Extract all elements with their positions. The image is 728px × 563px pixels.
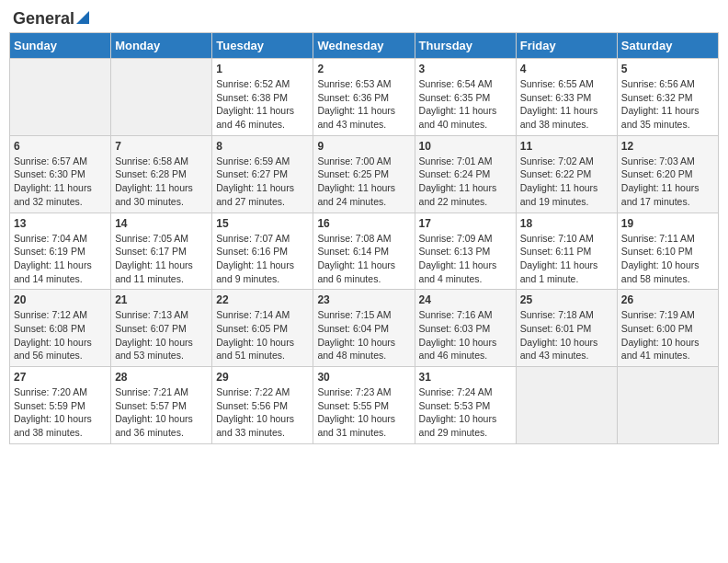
day-info: Sunrise: 7:05 AMSunset: 6:17 PMDaylight:… xyxy=(115,232,208,286)
day-info: Sunrise: 6:56 AMSunset: 6:32 PMDaylight:… xyxy=(621,77,714,132)
day-info: Sunrise: 7:08 AMSunset: 6:14 PMDaylight:… xyxy=(317,232,410,286)
day-info: Sunrise: 7:23 AMSunset: 5:55 PMDaylight:… xyxy=(317,385,410,440)
col-header-tuesday: Tuesday xyxy=(212,33,313,59)
calendar-cell: 28Sunrise: 7:21 AMSunset: 5:57 PMDayligh… xyxy=(111,367,212,444)
day-info: Sunrise: 7:11 AMSunset: 6:10 PMDaylight:… xyxy=(621,232,714,286)
day-info: Sunrise: 7:07 AMSunset: 6:16 PMDaylight:… xyxy=(216,232,309,286)
calendar-cell: 23Sunrise: 7:15 AMSunset: 6:04 PMDayligh… xyxy=(313,290,415,367)
day-number: 18 xyxy=(520,217,613,230)
day-info: Sunrise: 7:22 AMSunset: 5:56 PMDaylight:… xyxy=(216,385,309,440)
day-number: 1 xyxy=(216,63,309,75)
calendar-cell: 22Sunrise: 7:14 AMSunset: 6:05 PMDayligh… xyxy=(212,290,313,367)
day-info: Sunrise: 7:20 AMSunset: 5:59 PMDaylight:… xyxy=(14,385,107,440)
logo-triangle-icon xyxy=(76,11,89,28)
day-info: Sunrise: 6:57 AMSunset: 6:30 PMDaylight:… xyxy=(14,155,107,209)
calendar-cell: 2Sunrise: 6:53 AMSunset: 6:36 PMDaylight… xyxy=(313,59,415,136)
calendar-header-row: SundayMondayTuesdayWednesdayThursdayFrid… xyxy=(10,33,719,59)
calendar-cell: 19Sunrise: 7:11 AMSunset: 6:10 PMDayligh… xyxy=(617,213,718,290)
day-number: 25 xyxy=(520,293,613,306)
day-number: 3 xyxy=(419,63,512,75)
calendar-cell: 24Sunrise: 7:16 AMSunset: 6:03 PMDayligh… xyxy=(415,290,516,367)
day-info: Sunrise: 7:18 AMSunset: 6:01 PMDaylight:… xyxy=(520,308,613,362)
day-number: 8 xyxy=(216,140,309,153)
calendar-cell: 29Sunrise: 7:22 AMSunset: 5:56 PMDayligh… xyxy=(212,367,313,444)
calendar-cell: 17Sunrise: 7:09 AMSunset: 6:13 PMDayligh… xyxy=(415,213,516,290)
day-number: 9 xyxy=(317,140,410,153)
day-number: 17 xyxy=(419,217,512,230)
calendar-week-row: 27Sunrise: 7:20 AMSunset: 5:59 PMDayligh… xyxy=(10,367,719,444)
day-info: Sunrise: 6:54 AMSunset: 6:35 PMDaylight:… xyxy=(419,77,512,132)
day-info: Sunrise: 7:13 AMSunset: 6:07 PMDaylight:… xyxy=(115,308,208,362)
col-header-saturday: Saturday xyxy=(617,33,718,59)
calendar-cell: 16Sunrise: 7:08 AMSunset: 6:14 PMDayligh… xyxy=(313,213,415,290)
day-number: 30 xyxy=(317,371,410,384)
col-header-wednesday: Wednesday xyxy=(313,33,415,59)
day-info: Sunrise: 7:12 AMSunset: 6:08 PMDaylight:… xyxy=(14,308,107,362)
day-info: Sunrise: 6:52 AMSunset: 6:38 PMDaylight:… xyxy=(216,77,309,132)
day-info: Sunrise: 7:10 AMSunset: 6:11 PMDaylight:… xyxy=(520,232,613,286)
calendar-week-row: 1Sunrise: 6:52 AMSunset: 6:38 PMDaylight… xyxy=(10,59,719,136)
day-number: 7 xyxy=(115,140,208,153)
day-number: 12 xyxy=(621,140,714,153)
calendar-cell: 9Sunrise: 7:00 AMSunset: 6:25 PMDaylight… xyxy=(313,135,415,213)
day-number: 21 xyxy=(115,293,208,306)
day-info: Sunrise: 7:24 AMSunset: 5:53 PMDaylight:… xyxy=(419,385,512,440)
calendar-cell: 10Sunrise: 7:01 AMSunset: 6:24 PMDayligh… xyxy=(415,135,516,213)
day-info: Sunrise: 6:58 AMSunset: 6:28 PMDaylight:… xyxy=(115,155,208,209)
day-info: Sunrise: 7:21 AMSunset: 5:57 PMDaylight:… xyxy=(115,385,208,440)
day-info: Sunrise: 7:00 AMSunset: 6:25 PMDaylight:… xyxy=(317,155,410,209)
calendar-cell: 18Sunrise: 7:10 AMSunset: 6:11 PMDayligh… xyxy=(516,213,617,290)
day-number: 28 xyxy=(115,371,208,384)
calendar-cell: 8Sunrise: 6:59 AMSunset: 6:27 PMDaylight… xyxy=(212,135,313,213)
calendar-cell: 7Sunrise: 6:58 AMSunset: 6:28 PMDaylight… xyxy=(111,135,212,213)
day-number: 11 xyxy=(520,140,613,153)
calendar-cell xyxy=(111,59,212,136)
day-info: Sunrise: 7:09 AMSunset: 6:13 PMDaylight:… xyxy=(419,232,512,286)
calendar-cell xyxy=(617,367,718,444)
day-number: 27 xyxy=(14,371,107,384)
col-header-friday: Friday xyxy=(516,33,617,59)
calendar-cell: 3Sunrise: 6:54 AMSunset: 6:35 PMDaylight… xyxy=(415,59,516,136)
calendar-cell: 27Sunrise: 7:20 AMSunset: 5:59 PMDayligh… xyxy=(10,367,111,444)
day-info: Sunrise: 7:14 AMSunset: 6:05 PMDaylight:… xyxy=(216,308,309,362)
col-header-monday: Monday xyxy=(111,33,212,59)
calendar-cell: 15Sunrise: 7:07 AMSunset: 6:16 PMDayligh… xyxy=(212,213,313,290)
day-number: 6 xyxy=(14,140,107,153)
logo: General xyxy=(13,9,89,25)
calendar-cell: 14Sunrise: 7:05 AMSunset: 6:17 PMDayligh… xyxy=(111,213,212,290)
col-header-sunday: Sunday xyxy=(10,33,111,59)
day-info: Sunrise: 7:03 AMSunset: 6:20 PMDaylight:… xyxy=(621,155,714,209)
day-number: 23 xyxy=(317,293,410,306)
day-number: 16 xyxy=(317,217,410,230)
day-info: Sunrise: 6:59 AMSunset: 6:27 PMDaylight:… xyxy=(216,155,309,209)
calendar-cell xyxy=(10,59,111,136)
calendar-cell: 1Sunrise: 6:52 AMSunset: 6:38 PMDaylight… xyxy=(212,59,313,136)
calendar-cell: 30Sunrise: 7:23 AMSunset: 5:55 PMDayligh… xyxy=(313,367,415,444)
calendar-week-row: 20Sunrise: 7:12 AMSunset: 6:08 PMDayligh… xyxy=(10,290,719,367)
day-number: 10 xyxy=(419,140,512,153)
day-info: Sunrise: 7:01 AMSunset: 6:24 PMDaylight:… xyxy=(419,155,512,209)
day-number: 22 xyxy=(216,293,309,306)
calendar-cell: 11Sunrise: 7:02 AMSunset: 6:22 PMDayligh… xyxy=(516,135,617,213)
day-number: 5 xyxy=(621,63,714,75)
day-info: Sunrise: 7:04 AMSunset: 6:19 PMDaylight:… xyxy=(14,232,107,286)
day-info: Sunrise: 7:16 AMSunset: 6:03 PMDaylight:… xyxy=(419,308,512,362)
day-number: 4 xyxy=(520,63,613,75)
calendar-cell: 20Sunrise: 7:12 AMSunset: 6:08 PMDayligh… xyxy=(10,290,111,367)
col-header-thursday: Thursday xyxy=(415,33,516,59)
calendar-week-row: 6Sunrise: 6:57 AMSunset: 6:30 PMDaylight… xyxy=(10,135,719,213)
day-number: 26 xyxy=(621,293,714,306)
calendar-week-row: 13Sunrise: 7:04 AMSunset: 6:19 PMDayligh… xyxy=(10,213,719,290)
calendar-cell: 4Sunrise: 6:55 AMSunset: 6:33 PMDaylight… xyxy=(516,59,617,136)
day-info: Sunrise: 6:55 AMSunset: 6:33 PMDaylight:… xyxy=(520,77,613,132)
calendar-cell: 26Sunrise: 7:19 AMSunset: 6:00 PMDayligh… xyxy=(617,290,718,367)
day-number: 13 xyxy=(14,217,107,230)
svg-marker-0 xyxy=(76,11,89,24)
day-info: Sunrise: 6:53 AMSunset: 6:36 PMDaylight:… xyxy=(317,77,410,132)
calendar-cell: 25Sunrise: 7:18 AMSunset: 6:01 PMDayligh… xyxy=(516,290,617,367)
day-number: 29 xyxy=(216,371,309,384)
day-number: 31 xyxy=(419,371,512,384)
calendar-cell: 6Sunrise: 6:57 AMSunset: 6:30 PMDaylight… xyxy=(10,135,111,213)
calendar-table: SundayMondayTuesdayWednesdayThursdayFrid… xyxy=(9,32,719,444)
day-number: 24 xyxy=(419,293,512,306)
